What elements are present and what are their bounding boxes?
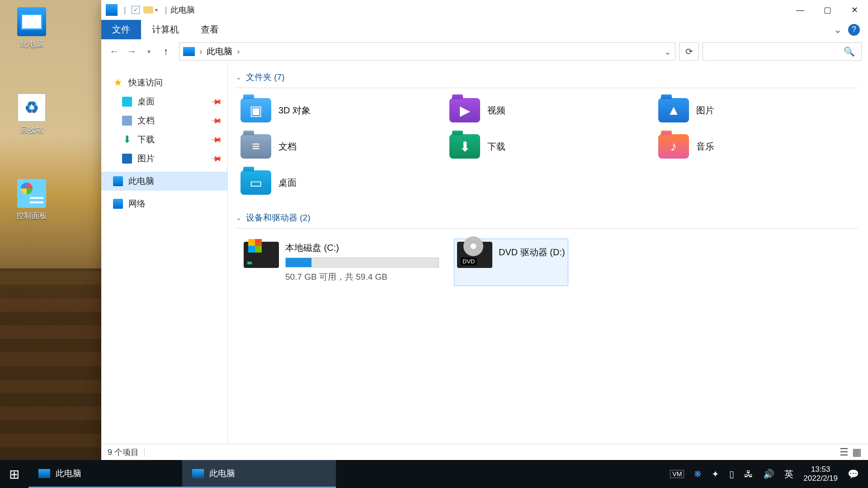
- status-bar: 9 个项目 ☰ ▦: [101, 444, 868, 460]
- folder-3d-objects[interactable]: ▣3D 对象: [241, 98, 440, 122]
- title-bar[interactable]: | ✓ ▾ | 此电脑 — ▢ ✕: [101, 0, 868, 20]
- drive-d[interactable]: DVD 驱动器 (D:): [454, 239, 568, 286]
- minimize-button[interactable]: —: [787, 0, 814, 20]
- folder-icon: ▶: [449, 98, 480, 122]
- qat-new-folder[interactable]: [143, 6, 153, 14]
- recent-locations[interactable]: ▾: [142, 45, 156, 58]
- ribbon-tabs: 文件 计算机 查看 ⌄ ?: [101, 20, 868, 40]
- control-panel-icon: [17, 179, 46, 208]
- view-details-button[interactable]: ☰: [840, 446, 849, 458]
- folder-documents[interactable]: ≡文档: [241, 134, 440, 159]
- search-box[interactable]: 🔍: [703, 42, 862, 61]
- recycle-icon: [17, 93, 46, 122]
- documents-icon: [122, 116, 132, 126]
- tab-computer[interactable]: 计算机: [141, 20, 190, 39]
- forward-button[interactable]: →: [125, 45, 138, 58]
- network-icon[interactable]: 🖧: [744, 469, 753, 479]
- breadcrumb-this-pc[interactable]: 此电脑: [207, 46, 232, 57]
- close-button[interactable]: ✕: [841, 0, 868, 20]
- pc-icon: [17, 7, 46, 36]
- bluetooth-icon[interactable]: ❋: [694, 469, 702, 479]
- action-center-icon[interactable]: 💬: [848, 469, 859, 479]
- desktop-icon-this-pc[interactable]: 此电脑: [9, 7, 54, 49]
- section-header-folders[interactable]: ⌄ 文件夹 (7): [236, 68, 858, 88]
- folder-icon: ▲: [658, 98, 689, 122]
- pc-icon: [192, 469, 204, 478]
- chevron-down-icon: ⌄: [236, 214, 241, 221]
- start-button[interactable]: ⊞: [0, 460, 28, 488]
- pin-icon: 📌: [210, 114, 223, 127]
- desktop-icon: [122, 97, 132, 107]
- taskbar-app-explorer-2[interactable]: 此电脑: [182, 460, 336, 488]
- pc-icon: [38, 469, 50, 478]
- nav-pane: ★ 快速访问 桌面 📌 文档 📌 ⬇ 下载 📌 图片 📌: [101, 63, 228, 444]
- battery-icon[interactable]: ▯: [729, 469, 734, 479]
- vm-tools-icon[interactable]: VM: [670, 470, 684, 478]
- search-icon: 🔍: [844, 46, 855, 57]
- sidebar-quick-access[interactable]: ★ 快速访问: [101, 73, 227, 92]
- address-dropdown[interactable]: ⌄: [664, 47, 671, 57]
- item-count: 9 个项目: [108, 447, 139, 458]
- nav-bar: ← → ▾ ↑ › 此电脑 › ⌄ ⟳ 🔍: [101, 40, 868, 63]
- taskbar-app-explorer-1[interactable]: 此电脑: [28, 460, 182, 488]
- volume-icon[interactable]: 🔊: [763, 469, 774, 479]
- folder-desktop[interactable]: ▭桌面: [241, 170, 440, 195]
- sidebar-item-network[interactable]: 网络: [101, 194, 227, 213]
- ime-indicator[interactable]: 英: [784, 468, 793, 480]
- back-button[interactable]: ←: [108, 45, 121, 58]
- folder-icon: ▭: [241, 170, 271, 195]
- sidebar-item-this-pc[interactable]: 此电脑: [101, 172, 227, 191]
- downloads-icon: ⬇: [122, 135, 132, 145]
- folder-music[interactable]: ♪音乐: [658, 134, 858, 159]
- section-header-drives[interactable]: ⌄ 设备和驱动器 (2): [236, 208, 858, 229]
- pin-icon: 📌: [210, 152, 223, 165]
- folder-downloads[interactable]: ⬇下载: [449, 134, 649, 159]
- maximize-button[interactable]: ▢: [814, 0, 841, 20]
- sidebar-item-desktop[interactable]: 桌面 📌: [101, 92, 227, 111]
- sidebar-item-downloads[interactable]: ⬇ 下载 📌: [101, 130, 227, 149]
- network-icon: [113, 199, 123, 209]
- tab-view[interactable]: 查看: [190, 20, 230, 39]
- folder-icon: ⬇: [449, 134, 480, 159]
- view-large-icons-button[interactable]: ▦: [852, 446, 862, 458]
- folder-pictures[interactable]: ▲图片: [658, 98, 858, 122]
- desktop-icon-recycle-bin[interactable]: 回收站: [9, 93, 54, 135]
- folder-icon: ▣: [241, 98, 271, 122]
- sidebar-item-documents[interactable]: 文档 📌: [101, 111, 227, 130]
- chevron-down-icon: ⌄: [236, 74, 241, 81]
- app-icon: [106, 4, 118, 16]
- address-bar[interactable]: › 此电脑 › ⌄: [179, 42, 675, 61]
- qat-dropdown[interactable]: ▾: [155, 7, 158, 13]
- system-tray: VM ❋ ✦ ▯ 🖧 🔊 英 13:53 2022/2/19 💬: [661, 460, 868, 488]
- pin-icon: 📌: [210, 95, 223, 108]
- tab-file[interactable]: 文件: [101, 20, 141, 39]
- pc-icon: [183, 47, 195, 56]
- pc-icon: [113, 176, 123, 186]
- content-pane[interactable]: ⌄ 文件夹 (7) ▣3D 对象 ▶视频 ▲图片 ≡文档 ⬇下载 ♪音乐 ▭桌面…: [228, 63, 868, 444]
- folder-icon: ≡: [241, 134, 271, 159]
- up-button[interactable]: ↑: [159, 45, 173, 58]
- sidebar-item-pictures[interactable]: 图片 📌: [101, 149, 227, 168]
- pictures-icon: [122, 154, 132, 164]
- dvd-drive-icon: [457, 242, 492, 268]
- storage-meter: [285, 258, 439, 267]
- qat-properties[interactable]: ✓: [132, 6, 140, 14]
- star-icon: ★: [113, 78, 123, 88]
- window-title: 此电脑: [170, 5, 195, 15]
- clock[interactable]: 13:53 2022/2/19: [803, 465, 838, 483]
- explorer-window: | ✓ ▾ | 此电脑 — ▢ ✕ 文件 计算机 查看 ⌄ ? ← → ▾ ↑ …: [101, 0, 868, 460]
- refresh-button[interactable]: ⟳: [679, 42, 699, 61]
- drive-c[interactable]: 本地磁盘 (C:) 50.7 GB 可用，共 59.4 GB: [241, 239, 442, 286]
- folder-icon: ♪: [658, 134, 689, 159]
- desktop-icon-control-panel[interactable]: 控制面板: [9, 179, 54, 221]
- drive-icon: [244, 242, 279, 268]
- taskbar[interactable]: ⊞ 此电脑 此电脑 VM ❋ ✦ ▯ 🖧 🔊 英 13:53 2022/2/19…: [0, 460, 868, 488]
- ribbon-collapse-icon[interactable]: ⌄: [834, 24, 842, 36]
- pin-icon: 📌: [210, 133, 223, 146]
- folder-videos[interactable]: ▶视频: [449, 98, 649, 122]
- help-button[interactable]: ?: [848, 24, 860, 36]
- security-icon[interactable]: ✦: [712, 469, 719, 479]
